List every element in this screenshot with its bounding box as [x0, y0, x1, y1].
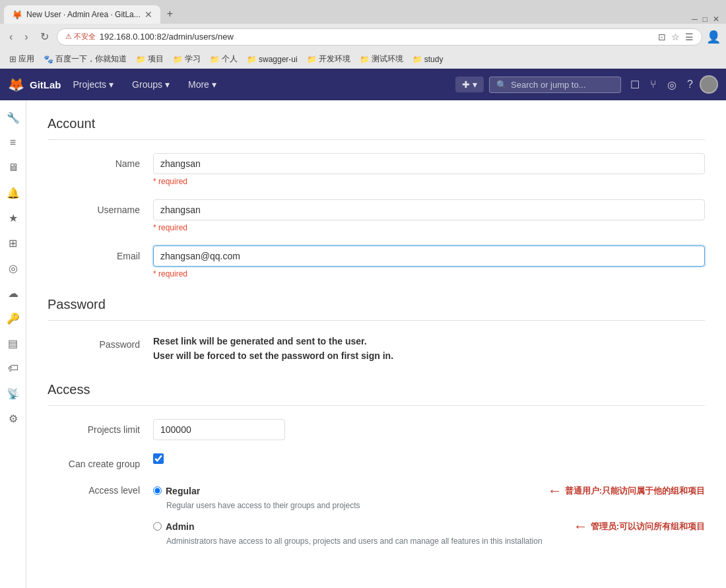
- tab-close-btn[interactable]: ✕: [145, 9, 152, 20]
- folder-icon-4: 📁: [247, 55, 257, 64]
- grid-icon: ⊞: [9, 54, 16, 64]
- email-form-group: Email * required: [48, 245, 705, 278]
- sidebar-item-monitor[interactable]: 🖥: [1, 156, 25, 180]
- email-required: * required: [153, 269, 705, 278]
- minimize-btn[interactable]: ─: [692, 15, 698, 24]
- sidebar-item-users[interactable]: ≡: [1, 131, 25, 154]
- close-btn[interactable]: ✕: [713, 15, 719, 24]
- username-form-group: Username * required: [48, 199, 705, 232]
- maximize-btn[interactable]: □: [703, 15, 708, 24]
- new-item-button[interactable]: ✚ ▾: [455, 77, 484, 92]
- active-tab[interactable]: 🦊 New User · Admin Area · GitLa... ✕: [4, 5, 160, 24]
- groups-nav-link[interactable]: Groups ▾: [125, 79, 176, 90]
- bookmark-xiangmu[interactable]: 📁 项目: [132, 52, 168, 66]
- projects-limit-input-wrap: [153, 419, 705, 440]
- sidebar-item-circle[interactable]: ◎: [1, 256, 25, 280]
- password-info-line1: Reset link will be generated and sent to…: [153, 334, 705, 348]
- can-create-group-label: Can create group: [48, 453, 153, 469]
- name-input[interactable]: [153, 153, 705, 174]
- account-section: Account Name * required Username * requi…: [48, 116, 705, 278]
- username-input[interactable]: [153, 199, 705, 220]
- url-text: 192.168.0.100:82/admin/users/new: [100, 32, 654, 42]
- new-chevron: ▾: [473, 79, 477, 90]
- merge-request-icon[interactable]: ⑂: [646, 75, 661, 94]
- settings-icon[interactable]: ☰: [685, 32, 694, 42]
- bookmark-star-icon[interactable]: ☆: [671, 32, 680, 42]
- projects-limit-label: Projects limit: [48, 419, 153, 435]
- projects-nav-link[interactable]: Projects ▾: [67, 79, 121, 90]
- regular-radio-label[interactable]: Regular: [166, 486, 200, 496]
- url-icons: ⊡ ☆ ☰: [658, 32, 694, 42]
- sidebar-item-admin[interactable]: 🔧: [1, 106, 25, 129]
- access-section-title: Access: [48, 382, 705, 406]
- issues-icon[interactable]: ◎: [663, 75, 680, 95]
- sidebar-item-layers[interactable]: ▤: [1, 331, 25, 355]
- main-content: Account Name * required Username * requi…: [26, 100, 726, 588]
- profile-icon[interactable]: 👤: [706, 30, 721, 44]
- bookmarks-bar: ⊞ 应用 🐾 百度一下，你就知道 📁 项目 📁 学习 📁 个人 📁 swagge…: [0, 49, 726, 69]
- bookmark-kaifa[interactable]: 📁 开发环境: [303, 52, 354, 66]
- account-section-title: Account: [48, 116, 705, 140]
- forward-button[interactable]: ›: [20, 28, 32, 46]
- bookmark-study-label: study: [424, 55, 444, 64]
- access-level-label: Access level: [48, 482, 153, 496]
- help-icon[interactable]: ?: [683, 75, 697, 94]
- sidebar-item-stars[interactable]: ★: [1, 206, 25, 230]
- bookmark-xiangmu-label: 项目: [148, 53, 164, 65]
- bookmark-apps[interactable]: ⊞ 应用: [5, 52, 38, 66]
- sidebar-item-key[interactable]: 🔑: [1, 306, 25, 330]
- bookmark-xuexi[interactable]: 📁 学习: [169, 52, 205, 66]
- read-mode-icon[interactable]: ⊡: [658, 32, 666, 42]
- sidebar-item-cloud[interactable]: ☁: [1, 281, 25, 305]
- todo-icon[interactable]: ☐: [626, 75, 644, 95]
- email-input[interactable]: [153, 245, 705, 267]
- bookmark-study[interactable]: 📁 study: [409, 53, 447, 65]
- new-tab-button[interactable]: +: [160, 4, 180, 24]
- sidebar-item-grid[interactable]: ⊞: [1, 231, 25, 255]
- admin-arrow-icon: ←: [574, 518, 588, 535]
- username-required: * required: [153, 223, 705, 232]
- search-bar[interactable]: 🔍 Search or jump to...: [489, 77, 621, 93]
- main-layout: 🔧 ≡ 🖥 🔔 ★ ⊞ ◎ ☁ 🔑 ▤ 🏷 📡 ⚙ Account Name *…: [0, 100, 726, 588]
- sidebar: 🔧 ≡ 🖥 🔔 ★ ⊞ ◎ ☁ 🔑 ▤ 🏷 📡 ⚙: [0, 100, 26, 588]
- bookmark-xuexi-label: 学习: [185, 53, 201, 65]
- admin-option-wrap: Admin ← 管理员:可以访问所有组和项目 Administrators ha…: [153, 518, 705, 546]
- back-button[interactable]: ‹: [5, 28, 16, 46]
- user-avatar[interactable]: [700, 75, 718, 94]
- bookmark-geren[interactable]: 📁 个人: [206, 52, 242, 66]
- access-level-options: Regular ← 普通用户:只能访问属于他的组和项目 Regular user…: [153, 482, 705, 546]
- security-indicator: ⚠ 不安全: [65, 32, 96, 42]
- regular-radio[interactable]: [153, 486, 162, 495]
- search-placeholder: Search or jump to...: [511, 80, 585, 90]
- regular-radio-row: Regular ← 普通用户:只能访问属于他的组和项目: [153, 482, 705, 500]
- bookmark-ceshi[interactable]: 📁 测试环境: [356, 52, 407, 66]
- browser-toolbar: ‹ › ↻ ⚠ 不安全 192.168.0.100:82/admin/users…: [0, 24, 726, 49]
- more-nav-link[interactable]: More ▾: [182, 79, 223, 90]
- bookmark-baidu[interactable]: 🐾 百度一下，你就知道: [40, 52, 131, 66]
- sidebar-item-satellite[interactable]: 📡: [1, 381, 25, 405]
- sidebar-item-alerts[interactable]: 🔔: [1, 181, 25, 205]
- bookmark-swagger[interactable]: 📁 swagger-ui: [243, 53, 302, 65]
- username-input-wrap: * required: [153, 199, 705, 232]
- url-bar[interactable]: ⚠ 不安全 192.168.0.100:82/admin/users/new ⊡…: [57, 28, 702, 46]
- projects-label: Projects: [73, 79, 107, 90]
- folder-icon-7: 📁: [412, 55, 422, 64]
- password-info-line2: User will be forced to set the password …: [153, 348, 705, 363]
- password-form-group: Password Reset link will be generated an…: [48, 334, 705, 364]
- name-form-group: Name * required: [48, 153, 705, 186]
- access-level-wrap: Regular ← 普通用户:只能访问属于他的组和项目 Regular user…: [153, 482, 705, 548]
- bookmark-ceshi-label: 测试环境: [372, 53, 403, 65]
- sidebar-item-settings[interactable]: ⚙: [1, 407, 25, 430]
- admin-radio-row: Admin ← 管理员:可以访问所有组和项目: [153, 518, 705, 535]
- email-input-wrap: * required: [153, 245, 705, 278]
- admin-radio[interactable]: [153, 522, 162, 531]
- reload-button[interactable]: ↻: [36, 28, 53, 46]
- email-label: Email: [48, 245, 153, 261]
- projects-limit-input[interactable]: [153, 419, 285, 440]
- bookmark-kaifa-label: 开发环境: [319, 53, 350, 65]
- can-create-group-checkbox[interactable]: [153, 453, 164, 464]
- gitlab-logo[interactable]: 🦊 GitLab: [8, 77, 61, 92]
- admin-radio-label[interactable]: Admin: [166, 521, 195, 532]
- sidebar-item-tag[interactable]: 🏷: [1, 356, 25, 380]
- name-input-wrap: * required: [153, 153, 705, 186]
